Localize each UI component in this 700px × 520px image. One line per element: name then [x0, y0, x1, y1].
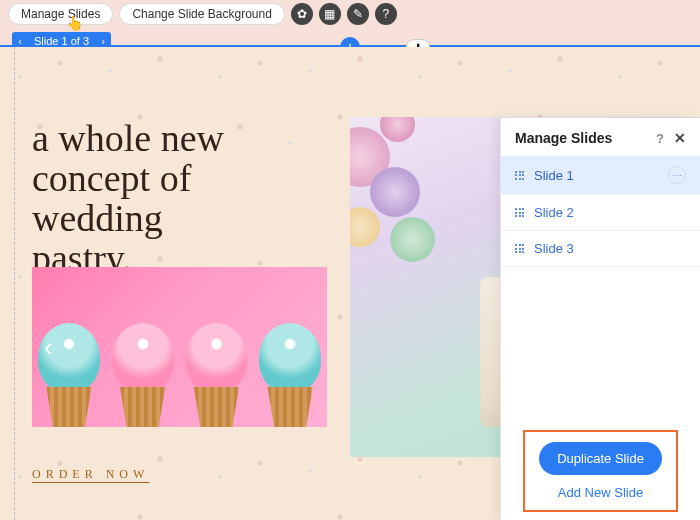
slide-list-item-label: Slide 2 — [534, 205, 686, 220]
help-icon: ? — [656, 131, 664, 146]
help-icon: ? — [382, 7, 389, 21]
help-button[interactable]: ? — [375, 3, 397, 25]
slide-item-more-button[interactable]: ⋯ — [668, 166, 686, 184]
settings-button[interactable]: ✿ — [291, 3, 313, 25]
hero-image-cupcakes[interactable]: ‹ — [32, 267, 327, 427]
headline-line-3: wedding — [32, 197, 163, 239]
slide-list: Slide 1 ⋯ Slide 2 Slide 3 — [501, 156, 700, 267]
slide-list-item-label: Slide 1 — [534, 168, 668, 183]
flower-graphic — [350, 117, 490, 307]
headline-line-1: a whole new — [32, 117, 224, 159]
manage-slides-panel: Manage Slides ? ✕ Slide 1 ⋯ Slide 2 Slid… — [500, 118, 700, 520]
change-slide-background-button[interactable]: Change Slide Background — [119, 3, 284, 25]
close-icon: ✕ — [674, 130, 686, 146]
manage-slides-button[interactable]: Manage Slides — [8, 3, 113, 25]
add-new-slide-button[interactable]: Add New Slide — [558, 485, 643, 500]
duplicate-slide-button[interactable]: Duplicate Slide — [539, 442, 662, 475]
layout-icon: ▦ — [324, 7, 335, 21]
layout-button[interactable]: ▦ — [319, 3, 341, 25]
brush-icon: ✎ — [353, 7, 363, 21]
drag-handle-icon[interactable] — [515, 244, 524, 253]
panel-footer: Duplicate Slide Add New Slide — [501, 412, 700, 520]
slide-list-item[interactable]: Slide 1 ⋯ — [501, 156, 700, 195]
drag-handle-icon[interactable] — [515, 171, 524, 180]
panel-title: Manage Slides — [515, 130, 612, 146]
carousel-prev-button[interactable]: ‹ — [44, 332, 53, 363]
drag-handle-icon[interactable] — [515, 208, 524, 217]
hero-headline[interactable]: a whole new concept of wedding pastry. — [32, 119, 224, 279]
panel-help-button[interactable]: ? — [656, 131, 664, 146]
chevron-left-icon: ‹ — [44, 332, 53, 362]
design-button[interactable]: ✎ — [347, 3, 369, 25]
gear-icon: ✿ — [297, 7, 307, 21]
more-icon: ⋯ — [672, 170, 683, 181]
slide-list-item[interactable]: Slide 3 — [501, 231, 700, 267]
order-now-link[interactable]: ORDER NOW — [32, 467, 149, 482]
headline-line-2: concept of — [32, 157, 191, 199]
panel-header: Manage Slides ? ✕ — [501, 118, 700, 156]
slide-list-item-label: Slide 3 — [534, 241, 686, 256]
panel-close-button[interactable]: ✕ — [674, 130, 686, 146]
cupcake-row — [32, 267, 327, 427]
slide-list-item[interactable]: Slide 2 — [501, 195, 700, 231]
annotation-highlight: Duplicate Slide Add New Slide — [523, 430, 678, 512]
editor-toolbar: Manage Slides Change Slide Background ✿ … — [0, 0, 700, 28]
